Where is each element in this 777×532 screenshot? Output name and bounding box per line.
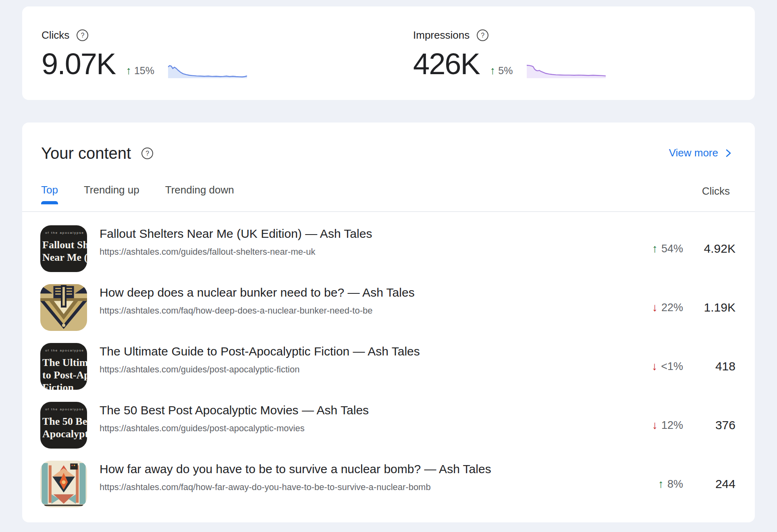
dark-cover-image: of the apocalypseFallout SheNear Me (U (40, 225, 87, 272)
row-clicks-value: 418 (694, 360, 735, 373)
row-stats: ↓ 22% 1.19K (652, 301, 735, 314)
bunker-artwork-image (40, 284, 87, 331)
dark-cover-image: of the apocalypseThe 50 BestApocalyptic (40, 402, 87, 449)
clicks-metric-label: Clicks (42, 29, 69, 42)
content-row[interactable]: of the apocalypseFallout SheNear Me (U F… (22, 219, 755, 278)
tabs-divider (22, 211, 755, 212)
trend-up-arrow-icon: ↑ (658, 478, 664, 490)
summary-card: Clicks 9.07K ↑ 15% Impressions 426K ↑ 5% (22, 6, 755, 100)
content-list: of the apocalypseFallout SheNear Me (U F… (22, 219, 755, 513)
content-row-title[interactable]: The Ultimate Guide to Post-Apocalyptic F… (100, 344, 586, 359)
blast-radius-infographic-image (40, 461, 87, 507)
content-tabs: TopTrending upTrending down (41, 184, 234, 208)
active-tab-indicator (41, 201, 58, 204)
content-row-url: https://ashtales.com/guides/post-apocaly… (100, 364, 586, 375)
row-clicks-value: 1.19K (694, 301, 735, 314)
tab-trending-up[interactable]: Trending up (84, 184, 139, 208)
content-row[interactable]: of the apocalypseThe Ultimatto Post-Apoc… (22, 337, 755, 396)
content-thumbnail (40, 284, 87, 331)
tab-trending-down[interactable]: Trending down (165, 184, 234, 208)
tab-label: Trending down (165, 184, 234, 196)
chevron-right-icon (725, 148, 731, 158)
content-thumbnail: of the apocalypseThe 50 BestApocalyptic (40, 402, 87, 449)
clicks-change-percent: 15% (134, 65, 154, 77)
trend-down-arrow-icon: ↓ (652, 302, 658, 313)
row-stats: ↑ 54% 4.92K (652, 242, 735, 256)
content-row-title[interactable]: The 50 Best Post Apocalyptic Movies — As… (100, 403, 586, 418)
row-clicks-value: 376 (694, 418, 735, 432)
help-icon[interactable] (77, 29, 88, 41)
your-content-card: Your content View more TopTrending upTre… (22, 123, 755, 522)
content-row[interactable]: of the apocalypseThe 50 BestApocalyptic … (22, 396, 755, 455)
impressions-sparkline-chart (526, 62, 606, 78)
clicks-sparkline-chart (168, 62, 247, 78)
help-icon[interactable] (477, 29, 488, 41)
content-thumbnail: of the apocalypseThe Ultimatto Post-Apoc… (40, 343, 87, 390)
trend-up-arrow-icon: ↑ (126, 65, 131, 76)
trend-percent: 54% (661, 243, 683, 255)
content-row-url: https://ashtales.com/guides/post-apocaly… (100, 423, 586, 434)
trend-percent: <1% (661, 360, 683, 373)
clicks-column-header: Clicks (702, 185, 730, 197)
dark-cover-image: of the apocalypseThe Ultimatto Post-Apoc… (40, 343, 87, 390)
row-clicks-value: 244 (694, 477, 735, 491)
row-stats: ↑ 8% 244 (658, 477, 735, 491)
tab-label: Trending up (84, 184, 139, 196)
page: { "summary": { "clicks": { "label": "Cli… (0, 0, 777, 532)
tab-label: Top (41, 184, 58, 196)
trend-down-arrow-icon: ↓ (652, 420, 658, 431)
row-clicks-value: 4.92K (694, 242, 735, 256)
view-more-link[interactable]: View more (669, 147, 731, 159)
clicks-metric-value: 9.07K (42, 50, 115, 78)
trend-down-arrow-icon: ↓ (652, 361, 657, 372)
content-row[interactable]: How deep does a nuclear bunker need to b… (22, 278, 755, 337)
content-row-url: https://ashtales.com/faq/how-far-away-do… (100, 482, 586, 493)
trend-percent: 22% (661, 301, 683, 314)
content-row-title[interactable]: Fallout Shelters Near Me (UK Edition) — … (100, 227, 586, 241)
trend-up-arrow-icon: ↑ (490, 65, 496, 76)
content-row-title[interactable]: How far away do you have to be to surviv… (100, 462, 586, 476)
row-stats: ↓ <1% 418 (652, 360, 735, 373)
row-stats: ↓ 12% 376 (652, 418, 735, 432)
content-row-title[interactable]: How deep does a nuclear bunker need to b… (100, 285, 586, 300)
content-thumbnail: of the apocalypseFallout SheNear Me (U (40, 225, 87, 272)
section-title: Your content (41, 144, 131, 162)
trend-percent: 8% (667, 478, 683, 490)
help-icon[interactable] (141, 148, 153, 159)
impressions-metric-label: Impressions (413, 29, 470, 42)
content-row-url: https://ashtales.com/faq/how-deep-does-a… (100, 305, 586, 316)
view-more-label: View more (669, 147, 718, 159)
impressions-metric-value: 426K (413, 50, 480, 78)
content-thumbnail (40, 461, 87, 507)
content-row-url: https://ashtales.com/guides/fallout-shel… (100, 247, 586, 257)
tab-top[interactable]: Top (41, 184, 58, 208)
trend-percent: 12% (661, 419, 683, 432)
content-row[interactable]: How far away do you have to be to surviv… (22, 455, 755, 513)
impressions-change-percent: 5% (498, 65, 513, 77)
trend-up-arrow-icon: ↑ (652, 243, 658, 254)
